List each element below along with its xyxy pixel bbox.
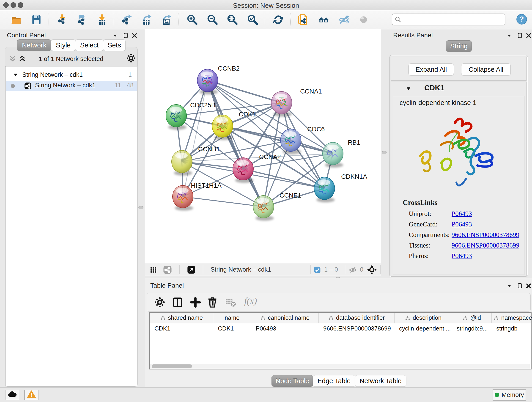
crosslink-link[interactable]: P06493 [452, 210, 472, 217]
table-panel-collapse-icon[interactable] [506, 282, 514, 290]
tab-node-table[interactable]: Node Table [272, 375, 313, 387]
network-graph[interactable]: CCNB2CCNA1CDC25BCDK1CDC6RB1CCNB1CCNA2CDK… [145, 29, 381, 263]
zoom-fit-icon[interactable] [227, 14, 238, 26]
selected-checkbox-icon[interactable] [314, 266, 321, 274]
tab-sets[interactable]: Sets [103, 39, 126, 51]
collapse-all-button[interactable]: Collapse All [461, 64, 511, 75]
open-view-icon[interactable] [187, 265, 196, 275]
edge-CCNB2-CCNA1[interactable] [208, 80, 282, 103]
network-options-gear-icon[interactable] [126, 53, 136, 64]
warnings-button[interactable] [24, 390, 38, 400]
main-toolbar: ? [0, 10, 532, 29]
node-table-header: shared namenamecanonical namedatabase id… [150, 313, 531, 323]
show-columns-icon[interactable] [172, 296, 184, 308]
column-header-name[interactable]: name [213, 313, 251, 323]
network-status-dot [11, 84, 15, 88]
table-panel-close-icon[interactable] [525, 282, 532, 290]
edge-CCNB2-HIST1H1A[interactable] [183, 80, 208, 197]
crosslink-link[interactable]: 9606.ENSP00000378699 [452, 231, 519, 239]
cloud-button[interactable] [5, 390, 19, 400]
table-gear-icon[interactable] [154, 296, 166, 308]
import-network-icon[interactable] [57, 14, 68, 26]
import-database-icon[interactable] [76, 14, 87, 26]
node-CCNA2[interactable] [233, 158, 253, 183]
expand-all-button[interactable]: Expand All [409, 64, 454, 75]
cell-canonical-name[interactable]: P06493 [251, 323, 318, 333]
open-session-icon[interactable] [11, 14, 22, 26]
tab-network[interactable]: Network [17, 39, 51, 51]
node-table[interactable]: shared namenamecanonical namedatabase id… [149, 312, 532, 370]
add-column-icon[interactable] [190, 296, 201, 308]
tab-style[interactable]: Style [51, 39, 76, 51]
string-home-icon[interactable] [318, 14, 329, 26]
import-table-icon[interactable] [96, 14, 108, 26]
crosslink-link[interactable]: P06493 [452, 252, 472, 260]
column-header-namespace[interactable]: namespace [492, 313, 532, 323]
export-table-icon[interactable] [140, 14, 152, 26]
node-CDC25B[interactable] [166, 104, 186, 130]
zoom-selected-icon[interactable] [247, 14, 259, 26]
table-hscroll-thumb[interactable] [152, 364, 192, 368]
crosslink-link[interactable]: 9606.ENSP00000378699 [452, 242, 519, 249]
table-panel-float-icon[interactable] [516, 282, 525, 290]
network-canvas[interactable]: CCNB2CCNA1CDC25BCDK1CDC6RB1CCNB1CCNA2CDK… [145, 29, 381, 263]
node-CCNB2[interactable] [197, 69, 218, 95]
edge-HIST1H1A-CCNE1[interactable] [183, 197, 264, 207]
zoom-in-icon[interactable] [186, 14, 198, 26]
export-image-icon[interactable] [160, 14, 172, 26]
show-graphics-icon[interactable] [338, 14, 349, 26]
network-collection-row[interactable]: String Network – cdk1 1 [6, 70, 137, 81]
node-CCNA1[interactable] [271, 91, 292, 117]
node-CDK1[interactable] [212, 115, 233, 140]
entry-expander-icon[interactable] [405, 85, 412, 93]
left-splitter-handle[interactable] [138, 206, 143, 209]
cell-database-identifier[interactable]: 9606.ENSP00000378699 [319, 323, 394, 333]
control-panel-collapse-icon[interactable] [112, 32, 120, 40]
results-panel-close-icon[interactable] [525, 32, 532, 40]
table-hscrollbar[interactable] [150, 364, 530, 369]
crosslink-link[interactable]: P06493 [452, 220, 472, 228]
column-header-description[interactable]: description [394, 313, 452, 323]
cell-description[interactable]: cyclin-dependent ... [394, 323, 452, 333]
search-input[interactable] [404, 15, 501, 24]
node-CCNB1[interactable] [172, 150, 192, 176]
right-splitter-handle[interactable] [382, 151, 387, 154]
results-panel-collapse-icon[interactable] [506, 32, 514, 40]
search-box[interactable] [392, 13, 505, 26]
network-view-badge-icon[interactable] [163, 265, 172, 275]
column-header--id[interactable]: @id [452, 313, 492, 323]
tab-select[interactable]: Select [75, 39, 104, 51]
hidden-eye-icon[interactable] [348, 266, 357, 275]
control-panel-close-icon[interactable] [131, 32, 139, 40]
results-panel-float-icon[interactable] [516, 32, 525, 40]
export-network-icon[interactable] [121, 14, 132, 26]
network-row-selected[interactable]: String Network – cdk1 11 48 [6, 81, 137, 91]
refresh-layout-icon[interactable] [272, 14, 284, 26]
tab-string[interactable]: String [446, 40, 472, 52]
node-RB1[interactable] [323, 142, 343, 167]
presentation-icon[interactable] [358, 14, 369, 26]
collection-expander-icon[interactable] [13, 72, 19, 80]
cell-shared-name[interactable]: CDK1 [150, 323, 213, 333]
tab-edge-table[interactable]: Edge Table [313, 375, 355, 387]
node-CDKN1A[interactable] [314, 177, 335, 202]
tab-network-table[interactable]: Network Table [355, 375, 406, 387]
column-header-canonical-name[interactable]: canonical name [251, 313, 319, 323]
grid-view-icon[interactable] [149, 266, 157, 275]
string-import-icon[interactable] [298, 14, 309, 26]
node-HIST1H1A[interactable] [172, 185, 193, 211]
fit-content-icon[interactable] [367, 265, 377, 276]
delete-column-icon[interactable] [206, 296, 218, 308]
entry-gene-name: CDK1 [424, 84, 444, 92]
zoom-out-icon[interactable] [207, 14, 218, 26]
cell-name[interactable]: CDK1 [213, 323, 251, 333]
node-CCNE1[interactable] [253, 196, 274, 221]
cell--id[interactable]: stringdb:9... [452, 323, 491, 333]
column-header-database-identifier[interactable]: database identifier [319, 313, 394, 323]
memory-button[interactable]: Memory [493, 389, 526, 401]
column-header-shared-name[interactable]: shared name [150, 313, 213, 323]
help-icon[interactable]: ? [516, 13, 527, 26]
cell-namespace[interactable]: stringdb [492, 323, 532, 333]
control-panel-float-icon[interactable] [122, 32, 131, 40]
save-session-icon[interactable] [31, 14, 42, 26]
